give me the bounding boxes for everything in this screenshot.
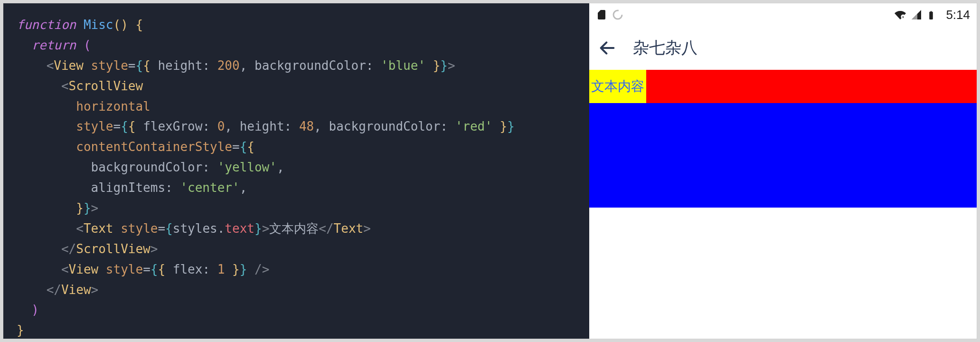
rn-scrollview-red[interactable]: 文本内容 — [589, 70, 977, 103]
jsx-tag-view-close: View — [61, 283, 91, 297]
battery-icon — [927, 9, 938, 20]
rn-text: 文本内容 — [591, 77, 644, 95]
phone-preview: x 5:14 杂七杂八 文本内容 — [589, 3, 977, 339]
rn-view-blue: 文本内容 — [589, 70, 977, 208]
rn-flex-fill — [589, 103, 977, 208]
appbar-title: 杂七杂八 — [633, 37, 697, 59]
keyword-function: function — [17, 18, 76, 32]
back-icon[interactable] — [598, 38, 617, 57]
jsx-tag-scrollview-open: ScrollView — [69, 79, 143, 93]
jsx-tag-view-open: View — [54, 58, 84, 73]
jsx-tag-scrollview-close: ScrollView — [76, 242, 151, 256]
split-container: function Misc() { return ( <View style={… — [3, 3, 977, 339]
app-bar: 杂七杂八 — [589, 26, 977, 70]
svg-text:x: x — [902, 15, 904, 19]
jsx-text-literal: 文本内容 — [269, 221, 319, 236]
cell-signal-icon — [911, 9, 922, 20]
svg-point-0 — [613, 10, 622, 19]
sd-card-icon — [596, 9, 607, 20]
wifi-icon: x — [895, 9, 906, 20]
attr-horizontal: horizontal — [76, 99, 151, 114]
attr-style: style — [91, 58, 128, 73]
keyword-return: return — [31, 38, 76, 52]
status-bar: x 5:14 — [589, 3, 977, 26]
code-editor[interactable]: function Misc() { return ( <View style={… — [3, 3, 589, 339]
status-time: 5:14 — [946, 8, 970, 22]
jsx-tag-text-open: Text — [84, 221, 113, 236]
function-name: Misc — [84, 18, 113, 32]
screenshot-frame: function Misc() { return ( <View style={… — [0, 0, 980, 342]
attr-contentcontainerstyle: contentContainerStyle — [76, 140, 232, 154]
spinner-icon — [612, 9, 623, 20]
rn-preview-area: 文本内容 — [589, 70, 977, 208]
phone-empty-below — [589, 208, 977, 339]
rn-scroll-content-yellow: 文本内容 — [589, 70, 646, 103]
